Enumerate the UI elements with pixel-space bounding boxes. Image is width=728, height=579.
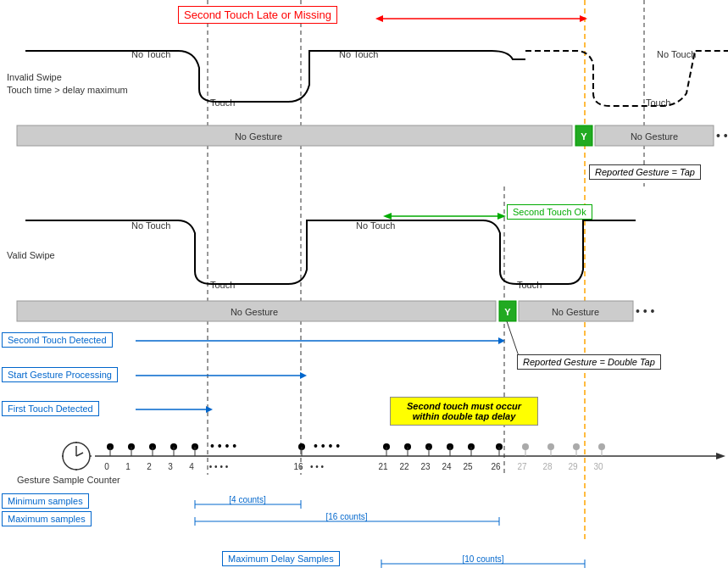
counter-num-29: 29: [568, 462, 578, 471]
invalid-swipe-desc: Touch time > delay maximum: [7, 85, 128, 95]
y-label-2: Y: [504, 307, 511, 317]
counter-num-0: 0: [104, 462, 109, 471]
ellipsis-2: • • • •: [314, 439, 340, 453]
counter-num-24: 24: [442, 462, 452, 471]
first-touch-arrow: [206, 406, 213, 413]
counter-num-28: 28: [542, 462, 553, 471]
second-touch-must-box: Second touch must occurwithin double tap…: [390, 397, 538, 426]
invalid-swipe-label: Invalid Swipe: [7, 72, 62, 82]
timeline-arrowhead: [716, 453, 725, 459]
minimum-samples-box: Minimum samples: [2, 493, 89, 509]
reported-gesture-tap-box: Reported Gesture = Tap: [589, 164, 701, 180]
valid-swipe-label: Valid Swipe: [7, 250, 55, 260]
counter-num-16: 16: [293, 462, 303, 471]
reported-gesture-doubletap-box: Reported Gesture = Double Tap: [517, 354, 661, 370]
counter-dots-2: • • •: [310, 462, 325, 471]
counter-num-3: 3: [168, 462, 173, 471]
maximum-samples-box: Maximum samples: [2, 511, 92, 526]
gesture-counter-label: Gesture Sample Counter: [17, 475, 120, 485]
no-gesture-bar-1: [17, 125, 572, 146]
no-gesture-text-4: No Gesture: [552, 307, 599, 317]
dots-1: • • •: [716, 129, 728, 142]
counter-num-27: 27: [517, 462, 527, 471]
counter-num-1: 1: [125, 462, 131, 471]
no-gesture-text-3: No Gesture: [231, 307, 278, 317]
no-touch-label-4: No Touch: [131, 220, 170, 231]
no-gesture-text-1: No Gesture: [235, 131, 282, 142]
counter-num-25: 25: [463, 462, 473, 471]
counts-16-label: [16 counts]: [326, 512, 368, 521]
red-arrow-left: [375, 15, 383, 22]
counter-num-23: 23: [420, 462, 431, 471]
y-label-1: Y: [581, 131, 587, 142]
ellipsis-1: • • • •: [210, 439, 236, 453]
diagram: No Touch No Touch No Touch Touch Touch N…: [0, 0, 728, 579]
counts-10-label: [10 counts]: [463, 554, 504, 564]
first-touch-box: First Touch Detected: [2, 401, 99, 416]
counter-num-2: 2: [147, 462, 152, 471]
maximum-delay-samples-box: Maximum Delay Samples: [222, 551, 340, 566]
counter-num-21: 21: [378, 462, 388, 471]
second-touch-ok-box: Second Touch Ok: [507, 204, 592, 220]
counter-num-26: 26: [491, 462, 501, 471]
counts-4-label: [4 counts]: [229, 495, 266, 504]
touch-label-2: Touch: [646, 97, 670, 108]
no-touch-label-5: No Touch: [356, 220, 395, 231]
second-touch-late-box: Second Touch Late or Missing: [178, 6, 337, 24]
no-gesture-text-2: No Gesture: [631, 131, 678, 142]
counter-dots: • • • •: [209, 462, 229, 471]
counter-num-4: 4: [189, 462, 194, 471]
green-arrow-left: [383, 213, 392, 220]
no-touch-label-3: No Touch: [657, 49, 696, 59]
red-arrow-right: [580, 15, 587, 22]
start-gesture-arrow: [300, 372, 307, 379]
counter-num-22: 22: [399, 462, 409, 471]
dots-2: • • •: [636, 304, 655, 318]
second-touch-detected-box: Second Touch Detected: [2, 332, 113, 348]
counter-num-30: 30: [593, 462, 603, 471]
main-svg: No Touch No Touch No Touch Touch Touch N…: [0, 0, 728, 579]
start-gesture-box: Start Gesture Processing: [2, 367, 118, 382]
doubletap-pointer: [507, 321, 519, 356]
